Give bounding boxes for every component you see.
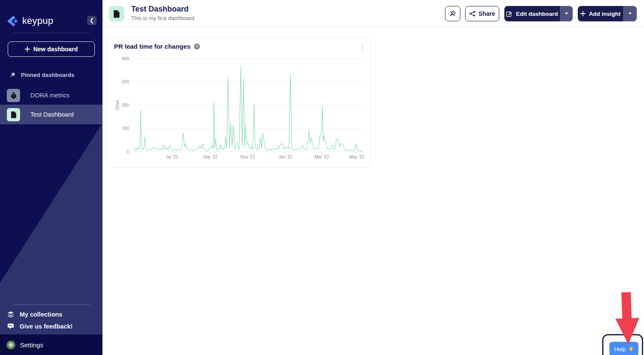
chevron-down-icon xyxy=(628,12,632,15)
pin-icon xyxy=(9,72,16,78)
share-label: Share xyxy=(479,10,495,17)
edit-icon xyxy=(506,11,512,17)
sidebar-item-dora-metrics[interactable]: DORA metrics xyxy=(0,85,102,105)
page-title: Test Dashboard xyxy=(131,5,189,14)
brand-name: keypup xyxy=(22,15,53,26)
insight-card: PR lead time for changes ? 0100200300400… xyxy=(107,38,371,168)
help-label: Help xyxy=(614,346,626,352)
svg-text:Nov '22: Nov '22 xyxy=(240,155,255,159)
unpin-dashboard-button[interactable] xyxy=(445,6,460,21)
dashboard-icon-tile xyxy=(109,6,124,21)
svg-text:Mar '23: Mar '23 xyxy=(315,155,329,159)
chevron-down-icon xyxy=(565,12,568,15)
add-insight-button[interactable]: Add insight xyxy=(578,6,623,21)
sidebar-item-test-dashboard[interactable]: Test Dashboard xyxy=(0,105,102,124)
main-content: Test Dashboard This is my first dashboar… xyxy=(102,0,644,355)
help-button[interactable]: Help xyxy=(609,342,638,355)
plus-icon xyxy=(580,11,585,16)
share-button[interactable]: Share xyxy=(465,6,499,21)
new-dashboard-button[interactable]: New dashboard xyxy=(8,41,95,57)
edit-dashboard-button[interactable]: Edit dashboard xyxy=(504,6,560,21)
edit-dashboard-button-group: Edit dashboard xyxy=(504,6,573,21)
sidebar-item-give-feedback[interactable]: Give us feedback! xyxy=(0,321,102,332)
svg-text:Sep '22: Sep '22 xyxy=(203,155,217,159)
settings-label: Settings xyxy=(20,341,43,349)
svg-text:300: 300 xyxy=(122,79,129,84)
sidebar-item-my-collections[interactable]: My collections xyxy=(0,309,102,320)
add-insight-button-group: Add insight xyxy=(578,6,637,21)
chart-svg: 0100200300400Jul '22Sep '22Nov '22Jan '2… xyxy=(107,38,371,168)
svg-text:400: 400 xyxy=(122,56,129,61)
svg-text:May '23: May '23 xyxy=(349,155,364,159)
sidebar: keypup ❮ New dashboard Pinned dashboards… xyxy=(0,0,102,355)
svg-text:0: 0 xyxy=(126,150,129,154)
wave-emoji-icon xyxy=(628,346,634,352)
edit-dashboard-dropdown[interactable] xyxy=(560,6,573,21)
svg-text:Jul '22: Jul '22 xyxy=(166,155,179,159)
unpin-icon xyxy=(449,10,456,17)
document-icon xyxy=(113,10,120,18)
sidebar-item-settings[interactable]: Settings xyxy=(0,334,102,355)
svg-text:Jan '23: Jan '23 xyxy=(278,155,292,159)
help-highlight-box: Help xyxy=(602,334,643,355)
page-subtitle: This is my first dashboard xyxy=(131,15,194,21)
document-icon xyxy=(7,108,20,121)
add-insight-label: Add insight xyxy=(589,11,621,17)
svg-text:100: 100 xyxy=(122,126,129,131)
share-icon xyxy=(469,11,475,17)
divider xyxy=(13,305,90,305)
svg-text:Days: Days xyxy=(115,100,120,110)
keypup-logo-icon xyxy=(7,15,18,27)
layers-icon xyxy=(7,311,14,318)
sidebar-item-label: DORA metrics xyxy=(30,92,70,99)
chat-icon xyxy=(7,323,14,330)
divider xyxy=(13,33,90,33)
dashboard-header: Test Dashboard This is my first dashboar… xyxy=(102,0,644,27)
plus-icon xyxy=(25,47,30,52)
new-dashboard-label: New dashboard xyxy=(33,46,78,53)
edit-dashboard-label: Edit dashboard xyxy=(516,11,558,17)
add-insight-dropdown[interactable] xyxy=(623,6,637,21)
sidebar-item-label: Test Dashboard xyxy=(30,111,74,118)
stopwatch-icon xyxy=(7,89,20,102)
sidebar-collapse-button[interactable]: ❮ xyxy=(87,16,97,25)
user-avatar[interactable] xyxy=(6,340,15,349)
svg-text:200: 200 xyxy=(122,103,129,108)
pinned-dashboards-header: Pinned dashboards xyxy=(0,71,102,79)
